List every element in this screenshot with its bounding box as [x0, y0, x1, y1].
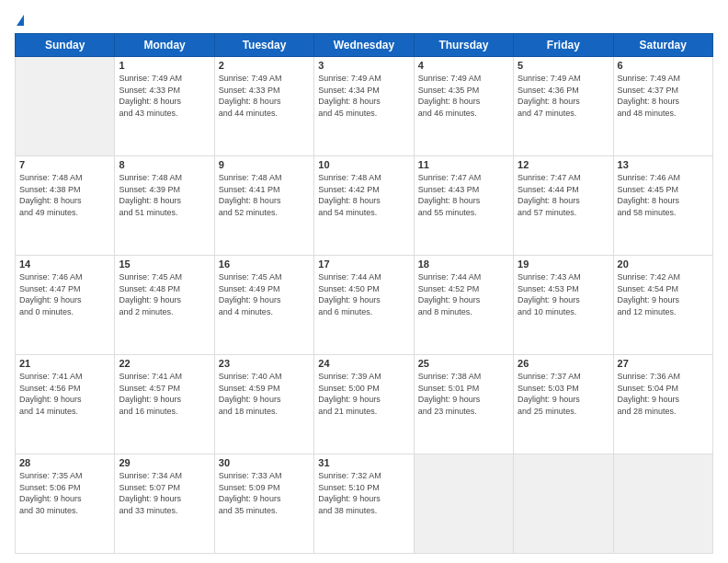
day-number: 30 [219, 457, 310, 468]
calendar-cell: 30Sunrise: 7:33 AMSunset: 5:09 PMDayligh… [214, 454, 313, 554]
day-info: Sunrise: 7:37 AMSunset: 5:03 PMDaylight:… [518, 371, 609, 417]
calendar-cell: 21Sunrise: 7:41 AMSunset: 4:56 PMDayligh… [16, 355, 115, 454]
day-info: Sunrise: 7:46 AMSunset: 4:47 PMDaylight:… [19, 271, 110, 317]
day-info: Sunrise: 7:36 AMSunset: 5:04 PMDaylight:… [618, 371, 709, 417]
calendar-cell [514, 454, 613, 554]
calendar-week-0: 1Sunrise: 7:49 AMSunset: 4:33 PMDaylight… [16, 57, 713, 156]
weekday-header-sunday: Sunday [16, 34, 115, 57]
day-number: 8 [119, 159, 210, 170]
day-info: Sunrise: 7:44 AMSunset: 4:52 PMDaylight:… [418, 271, 509, 317]
day-info: Sunrise: 7:48 AMSunset: 4:39 PMDaylight:… [119, 172, 210, 218]
weekday-header-row: SundayMondayTuesdayWednesdayThursdayFrid… [16, 34, 713, 57]
day-info: Sunrise: 7:39 AMSunset: 5:00 PMDaylight:… [318, 371, 409, 417]
weekday-header-saturday: Saturday [613, 34, 712, 57]
calendar-cell: 26Sunrise: 7:37 AMSunset: 5:03 PMDayligh… [514, 355, 613, 454]
day-number: 4 [418, 60, 509, 71]
calendar-cell: 2Sunrise: 7:49 AMSunset: 4:33 PMDaylight… [214, 57, 313, 156]
day-info: Sunrise: 7:49 AMSunset: 4:34 PMDaylight:… [318, 73, 409, 119]
day-info: Sunrise: 7:33 AMSunset: 5:09 PMDaylight:… [219, 470, 310, 516]
calendar-cell [414, 454, 513, 554]
day-number: 3 [318, 60, 409, 71]
day-number: 15 [119, 259, 210, 270]
day-info: Sunrise: 7:47 AMSunset: 4:43 PMDaylight:… [418, 172, 509, 218]
day-number: 19 [518, 259, 609, 270]
day-info: Sunrise: 7:40 AMSunset: 4:59 PMDaylight:… [219, 371, 310, 417]
day-info: Sunrise: 7:49 AMSunset: 4:36 PMDaylight:… [518, 73, 609, 119]
day-number: 31 [318, 457, 409, 468]
calendar-cell: 8Sunrise: 7:48 AMSunset: 4:39 PMDaylight… [115, 156, 214, 256]
logo-triangle-icon [17, 15, 24, 26]
calendar-cell: 17Sunrise: 7:44 AMSunset: 4:50 PMDayligh… [314, 256, 414, 355]
weekday-header-monday: Monday [115, 34, 214, 57]
weekday-header-friday: Friday [514, 34, 613, 57]
calendar-week-2: 14Sunrise: 7:46 AMSunset: 4:47 PMDayligh… [16, 256, 713, 355]
calendar-cell: 16Sunrise: 7:45 AMSunset: 4:49 PMDayligh… [214, 256, 313, 355]
day-number: 6 [618, 60, 709, 71]
day-number: 7 [19, 159, 110, 170]
day-info: Sunrise: 7:48 AMSunset: 4:41 PMDaylight:… [219, 172, 310, 218]
day-number: 10 [318, 159, 409, 170]
day-number: 21 [19, 358, 110, 369]
day-info: Sunrise: 7:35 AMSunset: 5:06 PMDaylight:… [19, 470, 110, 516]
calendar-cell: 5Sunrise: 7:49 AMSunset: 4:36 PMDaylight… [514, 57, 613, 156]
day-info: Sunrise: 7:34 AMSunset: 5:07 PMDaylight:… [119, 470, 210, 516]
day-number: 14 [19, 259, 110, 270]
calendar-cell: 7Sunrise: 7:48 AMSunset: 4:38 PMDaylight… [16, 156, 115, 256]
day-info: Sunrise: 7:48 AMSunset: 4:38 PMDaylight:… [19, 172, 110, 218]
day-number: 13 [618, 159, 709, 170]
calendar-cell: 1Sunrise: 7:49 AMSunset: 4:33 PMDaylight… [115, 57, 214, 156]
calendar-cell: 27Sunrise: 7:36 AMSunset: 5:04 PMDayligh… [613, 355, 712, 454]
day-info: Sunrise: 7:49 AMSunset: 4:37 PMDaylight:… [618, 73, 709, 119]
weekday-header-thursday: Thursday [414, 34, 513, 57]
calendar-table: SundayMondayTuesdayWednesdayThursdayFrid… [15, 33, 713, 554]
day-number: 18 [418, 259, 509, 270]
day-number: 25 [418, 358, 509, 369]
calendar-cell: 11Sunrise: 7:47 AMSunset: 4:43 PMDayligh… [414, 156, 513, 256]
day-number: 1 [119, 60, 210, 71]
header [15, 15, 713, 26]
weekday-header-tuesday: Tuesday [214, 34, 313, 57]
day-info: Sunrise: 7:49 AMSunset: 4:35 PMDaylight:… [418, 73, 509, 119]
calendar-cell: 20Sunrise: 7:42 AMSunset: 4:54 PMDayligh… [613, 256, 712, 355]
day-number: 9 [219, 159, 310, 170]
calendar-cell: 4Sunrise: 7:49 AMSunset: 4:35 PMDaylight… [414, 57, 513, 156]
day-number: 29 [119, 457, 210, 468]
calendar-cell: 19Sunrise: 7:43 AMSunset: 4:53 PMDayligh… [514, 256, 613, 355]
logo [15, 15, 24, 26]
day-info: Sunrise: 7:49 AMSunset: 4:33 PMDaylight:… [119, 73, 210, 119]
day-number: 24 [318, 358, 409, 369]
day-info: Sunrise: 7:43 AMSunset: 4:53 PMDaylight:… [518, 271, 609, 317]
day-info: Sunrise: 7:47 AMSunset: 4:44 PMDaylight:… [518, 172, 609, 218]
day-number: 27 [618, 358, 709, 369]
logo-line1 [15, 15, 24, 26]
day-number: 28 [19, 457, 110, 468]
calendar-week-3: 21Sunrise: 7:41 AMSunset: 4:56 PMDayligh… [16, 355, 713, 454]
day-number: 17 [318, 259, 409, 270]
weekday-header-wednesday: Wednesday [314, 34, 414, 57]
calendar-cell: 23Sunrise: 7:40 AMSunset: 4:59 PMDayligh… [214, 355, 313, 454]
calendar-cell: 6Sunrise: 7:49 AMSunset: 4:37 PMDaylight… [613, 57, 712, 156]
calendar-cell: 15Sunrise: 7:45 AMSunset: 4:48 PMDayligh… [115, 256, 214, 355]
calendar-cell: 28Sunrise: 7:35 AMSunset: 5:06 PMDayligh… [16, 454, 115, 554]
calendar-cell: 12Sunrise: 7:47 AMSunset: 4:44 PMDayligh… [514, 156, 613, 256]
calendar-cell: 25Sunrise: 7:38 AMSunset: 5:01 PMDayligh… [414, 355, 513, 454]
day-info: Sunrise: 7:42 AMSunset: 4:54 PMDaylight:… [618, 271, 709, 317]
day-number: 2 [219, 60, 310, 71]
calendar-cell: 14Sunrise: 7:46 AMSunset: 4:47 PMDayligh… [16, 256, 115, 355]
calendar-cell: 22Sunrise: 7:41 AMSunset: 4:57 PMDayligh… [115, 355, 214, 454]
calendar-cell: 31Sunrise: 7:32 AMSunset: 5:10 PMDayligh… [314, 454, 414, 554]
day-info: Sunrise: 7:49 AMSunset: 4:33 PMDaylight:… [219, 73, 310, 119]
calendar-cell: 9Sunrise: 7:48 AMSunset: 4:41 PMDaylight… [214, 156, 313, 256]
page: SundayMondayTuesdayWednesdayThursdayFrid… [0, 0, 728, 563]
calendar-cell: 13Sunrise: 7:46 AMSunset: 4:45 PMDayligh… [613, 156, 712, 256]
day-number: 20 [618, 259, 709, 270]
day-info: Sunrise: 7:38 AMSunset: 5:01 PMDaylight:… [418, 371, 509, 417]
day-number: 11 [418, 159, 509, 170]
day-info: Sunrise: 7:45 AMSunset: 4:48 PMDaylight:… [119, 271, 210, 317]
day-info: Sunrise: 7:32 AMSunset: 5:10 PMDaylight:… [318, 470, 409, 516]
calendar-cell [16, 57, 115, 156]
calendar-cell: 3Sunrise: 7:49 AMSunset: 4:34 PMDaylight… [314, 57, 414, 156]
day-info: Sunrise: 7:44 AMSunset: 4:50 PMDaylight:… [318, 271, 409, 317]
day-number: 26 [518, 358, 609, 369]
calendar-week-1: 7Sunrise: 7:48 AMSunset: 4:38 PMDaylight… [16, 156, 713, 256]
